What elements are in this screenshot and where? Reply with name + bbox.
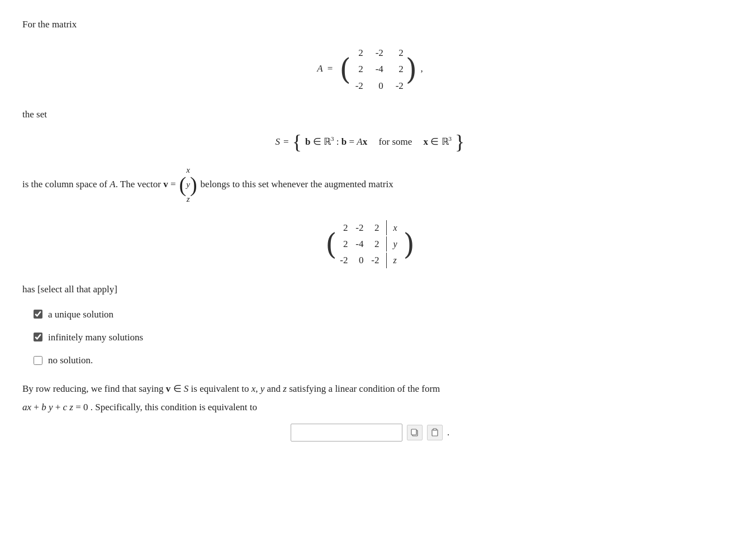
col-space-text-after: belongs to this set whenever the augment… <box>201 177 393 192</box>
vec-left-bracket: ( <box>179 174 187 195</box>
option-no-solution: no solution. <box>34 353 718 368</box>
aug-2-0: -2 <box>339 253 348 268</box>
checkbox-unique[interactable] <box>34 310 42 319</box>
set-S-label: S <box>276 134 281 149</box>
column-space-line: is the column space of A. The vector v =… <box>22 162 718 207</box>
close-brace: } <box>455 132 464 152</box>
col-space-text-before: is the column space of A. The vector v = <box>22 177 176 192</box>
vec-y: y <box>186 178 190 191</box>
input-row: . <box>22 424 718 442</box>
open-brace: { <box>292 132 302 152</box>
set-S-display: S = { b ∈ ℝ3 : b = Ax for some x ∈ ℝ3 } <box>22 132 718 152</box>
label-unique: a unique solution <box>48 307 113 322</box>
svg-rect-3 <box>433 429 437 430</box>
aug-right-bracket: ) <box>404 230 415 259</box>
aug-1-1: -4 <box>355 236 364 251</box>
aug-divider-0 <box>386 220 387 235</box>
bottom-line-1: By row reducing, we find that saying v ∈… <box>22 381 718 397</box>
aug-divider-2 <box>386 253 387 268</box>
paste-icon-button[interactable] <box>427 425 443 440</box>
aug-2-1: 0 <box>355 253 364 268</box>
aug-left-bracket: ( <box>325 230 336 259</box>
has-text: has [select all that apply] <box>22 282 718 297</box>
cell-2-2: -2 <box>393 78 404 93</box>
augmented-matrix-block: ( 2 -2 2 x 2 -4 2 y -2 0 -2 z ) <box>22 217 718 272</box>
aug-1-2: 2 <box>371 236 380 251</box>
left-bracket: ( <box>340 55 351 84</box>
svg-rect-2 <box>432 430 438 436</box>
period-after-input: . <box>447 425 449 440</box>
label-no-solution: no solution. <box>48 353 93 368</box>
cell-1-2: 2 <box>393 61 404 77</box>
set-label: the set <box>22 107 718 122</box>
option-infinite: infinitely many solutions <box>34 330 718 345</box>
aug-2-2: -2 <box>371 253 380 268</box>
answer-input[interactable] <box>291 424 402 442</box>
cell-1-1: -4 <box>373 61 383 77</box>
option-unique: a unique solution <box>34 307 718 322</box>
right-bracket: ) <box>406 55 417 84</box>
vec-z: z <box>187 192 190 206</box>
intro-text: For the matrix <box>22 17 718 32</box>
vec-right-bracket: ) <box>190 174 197 195</box>
aug-1-0: 2 <box>339 236 348 251</box>
vector-v-wrap: ( x y z ) <box>179 162 197 207</box>
equals: = <box>283 134 289 149</box>
copy-icon-button[interactable] <box>407 425 423 440</box>
matrix-A-wrap: ( 2 -2 2 2 -4 2 -2 0 -2 ) <box>340 42 418 97</box>
aug-grid: 2 -2 2 x 2 -4 2 y -2 0 -2 z <box>339 217 401 272</box>
aug-0-1: -2 <box>355 220 364 235</box>
aug-2-var: z <box>393 253 401 268</box>
cell-1-0: 2 <box>353 61 363 77</box>
copy-icon <box>410 428 419 437</box>
matrix-A-block: A= ( 2 -2 2 2 -4 2 -2 0 -2 ) , <box>22 42 718 97</box>
checkbox-infinite[interactable] <box>34 333 42 341</box>
checkbox-no-solution[interactable] <box>34 356 42 365</box>
aug-1-var: y <box>393 237 401 251</box>
paste-icon <box>430 428 439 437</box>
bottom-explanation: By row reducing, we find that saying v ∈… <box>22 381 718 416</box>
vector-v-col: x y z <box>186 162 190 207</box>
cell-0-2: 2 <box>393 45 404 60</box>
cell-2-1: 0 <box>373 78 383 93</box>
matrix-A-grid: 2 -2 2 2 -4 2 -2 0 -2 <box>353 42 404 97</box>
bottom-line-2: ax + b y + c z = 0 . Specifically, this … <box>22 400 718 416</box>
cell-2-0: -2 <box>353 78 363 93</box>
checkboxes-section: a unique solution infinitely many soluti… <box>34 307 718 368</box>
aug-matrix-wrap: ( 2 -2 2 x 2 -4 2 y -2 0 -2 z ) <box>325 217 415 272</box>
vec-x: x <box>186 163 190 177</box>
aug-0-var: x <box>393 221 401 235</box>
cell-0-0: 2 <box>353 45 363 60</box>
cell-0-1: -2 <box>373 45 383 60</box>
aug-divider-1 <box>386 236 387 251</box>
comma: , <box>420 63 423 74</box>
aug-0-2: 2 <box>371 220 380 235</box>
label-infinite: infinitely many solutions <box>48 330 143 345</box>
set-content: b ∈ ℝ3 : b = Ax for some x ∈ ℝ3 <box>305 134 452 149</box>
svg-rect-1 <box>411 429 416 435</box>
aug-0-0: 2 <box>339 220 348 235</box>
